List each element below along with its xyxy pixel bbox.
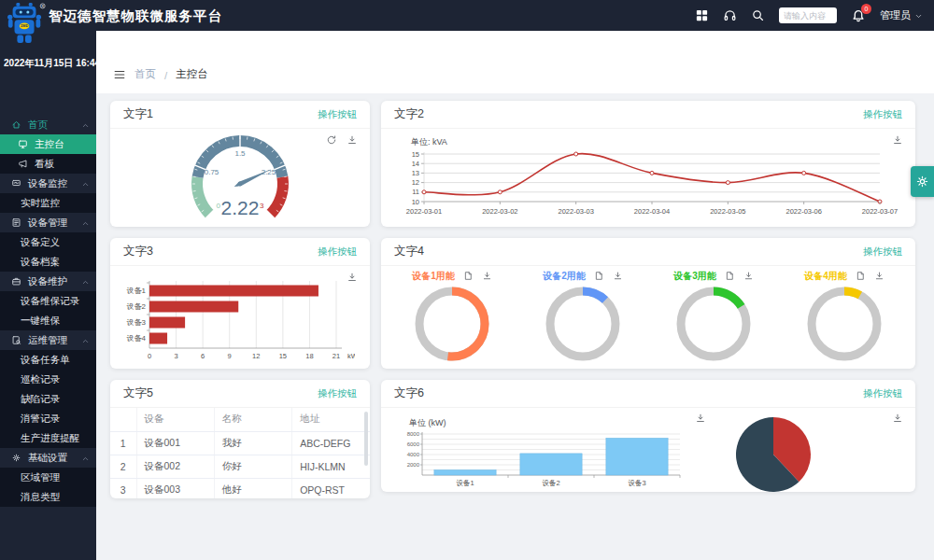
download-icon[interactable] — [892, 134, 903, 146]
sidebar-item-label: 生产进度提醒 — [21, 432, 79, 445]
sidebar-item-label: 缺陷记录 — [21, 393, 60, 406]
pie-chart — [734, 415, 813, 492]
main-area: 首页 / 主控台 文字1 操作按钮 00.751.52.2532.22 — [96, 31, 934, 560]
user-menu[interactable]: 管理员 — [880, 8, 923, 22]
doc-icon[interactable] — [594, 271, 604, 281]
sidebar-item-18[interactable]: 区域管理 — [0, 468, 96, 487]
svg-text:3: 3 — [260, 202, 264, 210]
download-icon[interactable] — [347, 272, 358, 283]
svg-text:12: 12 — [252, 352, 260, 360]
table-cell: 2 — [110, 455, 136, 478]
search-icon[interactable] — [751, 8, 765, 22]
svg-text:21: 21 — [333, 352, 340, 360]
table-scrollbar[interactable] — [364, 412, 368, 466]
card-action-button[interactable]: 操作按钮 — [863, 387, 902, 400]
card-title: 文字1 — [123, 106, 153, 122]
sidebar-item-11[interactable]: 运维管理 — [0, 330, 96, 350]
sidebar-item-10[interactable]: 一键维保 — [0, 311, 96, 330]
ring-chart: 设备4用能 — [779, 269, 910, 369]
card-action-button[interactable]: 操作按钮 — [863, 108, 902, 121]
hamburger-icon[interactable] — [113, 68, 126, 81]
table-row[interactable]: 3设备003他好OPQ-RST — [110, 478, 370, 498]
ring-title: 设备3用能 — [673, 270, 716, 283]
sidebar-item-9[interactable]: 设备维保记录 — [0, 291, 96, 311]
download-icon[interactable] — [482, 271, 492, 281]
svg-text:11: 11 — [412, 188, 419, 196]
sidebar-item-17[interactable]: 基础设置 — [0, 448, 96, 468]
sidebar-item-4[interactable]: 实时监控 — [0, 193, 96, 213]
svg-text:14: 14 — [412, 160, 419, 168]
sidebar-item-19[interactable]: 消息类型 — [0, 487, 96, 507]
sidebar-item-label: 实时监控 — [21, 197, 60, 210]
home-icon — [11, 119, 21, 130]
download-icon[interactable] — [613, 271, 623, 281]
notification-bell[interactable]: 0 — [851, 8, 866, 23]
svg-text:2022-03-06: 2022-03-06 — [785, 207, 821, 216]
sidebar-item-16[interactable]: 生产进度提醒 — [0, 428, 96, 448]
sidebar-item-8[interactable]: 设备维护 — [0, 272, 96, 291]
theme-settings-button[interactable] — [911, 166, 934, 197]
sidebar-item-3[interactable]: 设备监控 — [0, 174, 96, 193]
table-header: 名称 — [214, 408, 291, 431]
search-input[interactable] — [779, 7, 837, 23]
ring-chart: 设备1用能 — [387, 269, 517, 369]
svg-text:2.22: 2.22 — [221, 197, 260, 218]
card-text4: 文字4 操作按钮 设备1用能设备2用能设备3用能设备4用能 — [381, 238, 915, 369]
table-cell: 我好 — [214, 431, 291, 455]
sidebar-item-15[interactable]: 消警记录 — [0, 409, 96, 428]
sidebar-item-label: 消息类型 — [21, 491, 60, 504]
sidebar-item-6[interactable]: 设备定义 — [0, 232, 96, 252]
download-icon[interactable] — [743, 271, 754, 281]
sidebar-item-2[interactable]: 看板 — [0, 154, 96, 174]
card-title: 文字5 — [123, 385, 153, 401]
sidebar-menu: 首页主控台看板设备监控实时监控设备管理设备定义设备档案设备维护设备维保记录一键维… — [0, 115, 96, 507]
breadcrumb-home[interactable]: 首页 — [134, 67, 156, 81]
card-action-button[interactable]: 操作按钮 — [318, 108, 357, 121]
user-name: 管理员 — [880, 8, 911, 22]
sidebar-item-13[interactable]: 巡检记录 — [0, 370, 96, 389]
table-cell: 设备001 — [136, 431, 214, 455]
sidebar-item-label: 主控台 — [35, 138, 64, 151]
card-action-button[interactable]: 操作按钮 — [863, 245, 902, 259]
sidebar-item-label: 设备定义 — [21, 236, 60, 249]
doc-icon[interactable] — [725, 271, 735, 281]
doc-icon[interactable] — [856, 271, 866, 281]
svg-text:6000: 6000 — [407, 441, 420, 447]
sidebar-item-0[interactable]: 首页 — [0, 115, 96, 134]
svg-text:13: 13 — [412, 169, 419, 177]
svg-text:3: 3 — [174, 352, 177, 360]
sidebar-item-14[interactable]: 缺陷记录 — [0, 389, 96, 409]
svg-text:设备4: 设备4 — [127, 334, 147, 343]
sidebar-item-label: 设备维护 — [28, 275, 67, 288]
download-icon[interactable] — [892, 413, 903, 424]
table-row[interactable]: 1设备001我好ABC-DEFG — [110, 431, 370, 455]
sidebar-item-12[interactable]: 设备任务单 — [0, 350, 96, 370]
table-row[interactable]: 2设备002你好HIJ-KLMN — [110, 455, 370, 478]
sidebar-item-5[interactable]: 设备管理 — [0, 213, 96, 232]
refresh-icon[interactable] — [326, 134, 337, 146]
table-cell: 你好 — [214, 455, 291, 478]
svg-text:1.5: 1.5 — [234, 149, 246, 158]
card-action-button[interactable]: 操作按钮 — [318, 387, 357, 400]
table-header: 地址 — [292, 408, 370, 431]
device-maintain-icon — [11, 276, 21, 287]
sidebar-item-label: 区域管理 — [21, 471, 60, 484]
card-title: 文字6 — [394, 385, 424, 401]
monitor-icon — [18, 139, 28, 149]
apps-grid-icon[interactable] — [695, 8, 709, 22]
device-manage-icon — [11, 217, 21, 228]
sidebar-item-label: 消警记录 — [21, 413, 60, 426]
svg-text:2022-03-02: 2022-03-02 — [482, 207, 517, 216]
doc-icon[interactable] — [463, 271, 474, 281]
chevron-up-icon — [81, 336, 90, 344]
table-cell: 1 — [110, 431, 136, 455]
breadcrumb-separator: / — [164, 70, 167, 81]
download-icon[interactable] — [874, 271, 884, 281]
card-action-button[interactable]: 操作按钮 — [318, 245, 357, 259]
download-icon[interactable] — [347, 134, 358, 146]
headset-icon[interactable] — [723, 8, 737, 22]
svg-text:15: 15 — [412, 150, 419, 159]
sidebar-item-1[interactable]: 主控台 — [0, 134, 96, 154]
card-title: 文字4 — [394, 244, 424, 259]
sidebar-item-7[interactable]: 设备档案 — [0, 252, 96, 272]
